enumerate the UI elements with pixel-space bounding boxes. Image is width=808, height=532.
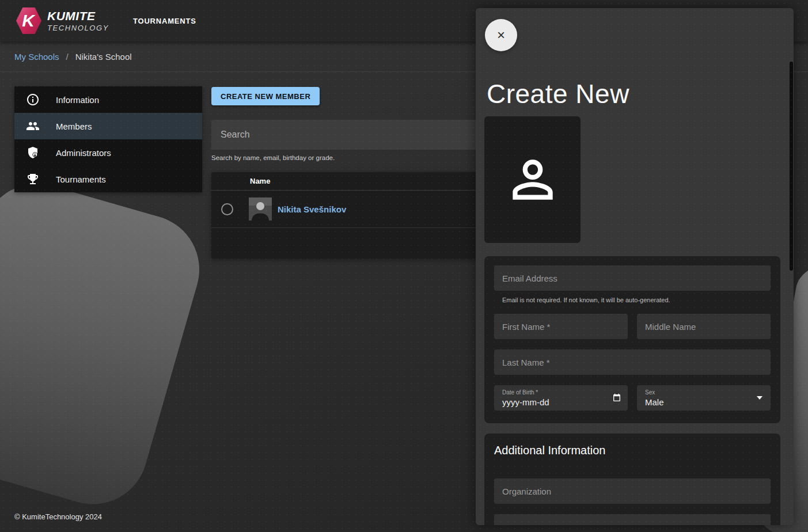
sidebar-item-members[interactable]: Members (14, 113, 202, 139)
dob-label: Date of Birth * (502, 389, 538, 396)
column-header-name: Name (211, 177, 270, 185)
brand-logo-letter: K (22, 12, 35, 29)
additional-field-2-wrap (494, 514, 771, 525)
sex-select[interactable]: Sex Male (637, 385, 771, 411)
member-photo (249, 197, 272, 221)
sidebar-item-label: Tournaments (56, 174, 106, 184)
admin-shield-icon (26, 146, 40, 159)
avatar-upload-placeholder[interactable] (484, 116, 581, 243)
drawer-close-button[interactable]: × (485, 19, 517, 51)
middle-name-field[interactable] (637, 314, 771, 339)
email-field-wrap (494, 265, 771, 291)
top-navigation: TOURNAMENTS (133, 16, 196, 26)
close-icon: × (497, 28, 505, 42)
calendar-icon[interactable] (612, 393, 621, 402)
breadcrumb-current-page: Nikita's School (75, 52, 132, 62)
create-new-drawer: × Create New Email is not required. If n… (476, 8, 794, 525)
drawer-title: Create New (487, 78, 629, 109)
email-field[interactable] (494, 265, 771, 291)
footer-copyright: © KumiteTechnology 2024 (14, 512, 102, 521)
sidebar-item-information[interactable]: Information (14, 86, 202, 113)
organization-field[interactable] (494, 478, 771, 504)
background-polygon-left (0, 171, 213, 517)
brand-name-line2: TECHNOLOGY (47, 24, 109, 32)
brand-logo[interactable]: K KUMITE TECHNOLOGY (16, 7, 109, 34)
additional-info-card: Additional Information (484, 434, 780, 525)
chevron-down-icon (757, 396, 763, 400)
sidebar-item-label: Information (56, 95, 99, 105)
sidebar-item-label: Administrators (56, 148, 111, 158)
member-name-link[interactable]: Nikita Svešnikov (278, 204, 346, 214)
additional-field-2[interactable] (494, 514, 771, 525)
breadcrumb-separator: / (66, 52, 69, 62)
dob-value: yyyy-mm-dd (502, 397, 549, 407)
middle-name-field-wrap (637, 314, 771, 339)
nav-item-tournaments[interactable]: TOURNAMENTS (133, 17, 196, 25)
breadcrumb-my-schools-link[interactable]: My Schools (14, 52, 59, 62)
create-new-member-button[interactable]: CREATE NEW MEMBER (211, 87, 320, 105)
email-helper-text: Email is not required. If not known, it … (502, 297, 670, 303)
info-icon (26, 93, 40, 107)
first-name-field[interactable] (494, 314, 628, 339)
basic-info-card: Email is not required. If not known, it … (484, 256, 780, 423)
trophy-icon (26, 172, 40, 186)
drawer-scrollbar-thumb[interactable] (790, 62, 793, 271)
sidebar-item-tournaments[interactable]: Tournaments (14, 166, 202, 192)
school-section-sidebar: Information Members Administrators Tourn… (14, 86, 202, 192)
organization-field-wrap (494, 478, 771, 504)
last-name-field-wrap (494, 349, 771, 375)
row-radio-button[interactable] (221, 203, 233, 215)
people-icon (26, 119, 40, 133)
additional-info-title: Additional Information (494, 444, 605, 457)
last-name-field[interactable] (494, 349, 771, 375)
brand-name: KUMITE TECHNOLOGY (47, 9, 109, 32)
first-name-field-wrap (494, 314, 628, 339)
person-outline-icon (503, 150, 563, 210)
brand-name-line1: KUMITE (47, 9, 109, 23)
sidebar-item-label: Members (56, 121, 92, 131)
sex-label: Sex (645, 389, 655, 396)
brand-hexagon-icon: K (16, 7, 41, 34)
sidebar-item-administrators[interactable]: Administrators (14, 139, 202, 166)
sex-value: Male (645, 397, 664, 407)
date-of-birth-field[interactable]: Date of Birth * yyyy-mm-dd (494, 385, 628, 411)
